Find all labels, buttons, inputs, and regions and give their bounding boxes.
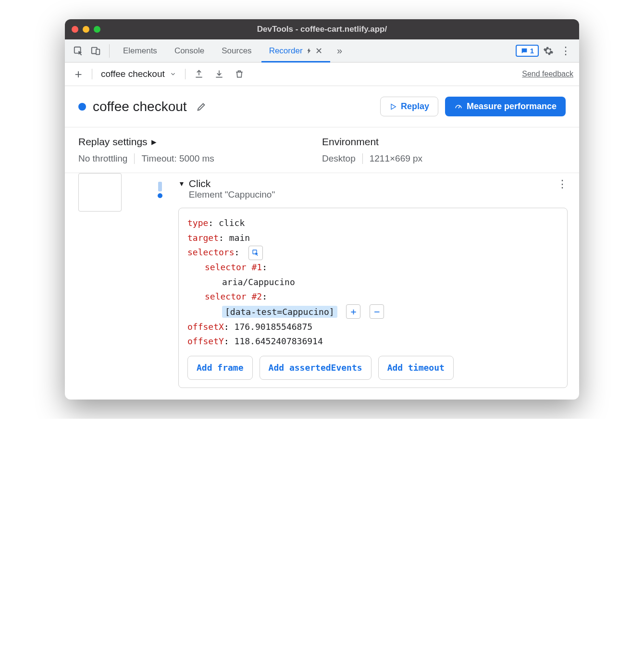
add-selector-icon[interactable]: + [346, 304, 360, 319]
environment-title: Environment [322, 136, 566, 148]
tab-console[interactable]: Console [167, 39, 212, 63]
status-dot-icon [78, 103, 86, 111]
import-icon[interactable] [211, 66, 227, 82]
divider [185, 69, 186, 79]
titlebar: DevTools - coffee-cart.netlify.app/ [65, 19, 579, 39]
measure-performance-button[interactable]: Measure performance [445, 97, 566, 116]
play-icon [389, 103, 397, 111]
window-title: DevTools - coffee-cart.netlify.app/ [65, 25, 579, 34]
recorder-toolbar: + coffee checkout Send feedback [65, 63, 579, 86]
target-key: target [187, 233, 219, 243]
settings-row: Replay settings ▸ No throttling Timeout:… [65, 127, 579, 173]
devtools-tabs: Elements Console Sources Recorder ✕ » 1 … [65, 39, 579, 63]
kebab-menu-icon[interactable]: ⋮ [558, 43, 573, 59]
add-recording-icon[interactable]: + [71, 66, 86, 82]
offsety-key: offsetY [187, 336, 224, 346]
device-toggle-icon[interactable] [88, 43, 103, 59]
devtools-window: DevTools - coffee-cart.netlify.app/ Elem… [65, 19, 579, 400]
target-value[interactable]: main [229, 233, 250, 243]
step-title: Click [189, 178, 275, 189]
selector2-key: selector #2 [205, 291, 262, 301]
tab-sources[interactable]: Sources [214, 39, 259, 63]
edit-title-icon[interactable] [194, 99, 209, 114]
selector1-key: selector #1 [205, 262, 262, 272]
step-thumbnail[interactable] [78, 173, 122, 212]
svg-rect-2 [96, 49, 99, 54]
chevron-right-icon: ▸ [151, 136, 157, 148]
type-value[interactable]: click [219, 218, 245, 228]
selector1-value[interactable]: aria/Cappucino [222, 277, 295, 287]
divider [109, 44, 110, 58]
element-picker-icon[interactable] [248, 246, 263, 260]
close-tab-icon[interactable]: ✕ [315, 46, 322, 56]
selectors-key: selectors [187, 247, 235, 257]
tab-elements[interactable]: Elements [115, 39, 165, 63]
step-details-card: type: click target: main selectors: sele… [178, 208, 568, 388]
environment-col: Environment Desktop 1211×669 px [322, 136, 566, 164]
type-key: type [187, 218, 208, 228]
offsetx-key: offsetX [187, 322, 224, 332]
collapse-step-icon[interactable]: ▼ [178, 180, 185, 188]
inspect-icon[interactable] [71, 43, 86, 59]
add-asserted-events-button[interactable]: Add assertedEvents [260, 356, 372, 380]
replay-settings-col: Replay settings ▸ No throttling Timeout:… [78, 136, 322, 164]
recording-select[interactable]: coffee checkout [98, 67, 179, 81]
chevron-down-icon [170, 71, 176, 77]
throttling-value: No throttling [78, 153, 135, 164]
issues-badge[interactable]: 1 [516, 45, 539, 57]
offsety-value[interactable]: 118.6452407836914 [235, 336, 323, 346]
offsetx-value[interactable]: 176.90185546875 [235, 322, 313, 332]
step-subtitle: Element "Cappucino" [189, 189, 275, 200]
export-icon[interactable] [191, 66, 207, 82]
recording-title: coffee checkout [93, 99, 187, 114]
more-tabs-icon[interactable]: » [332, 43, 347, 59]
replay-settings-title[interactable]: Replay settings ▸ [78, 136, 322, 148]
device-value: Desktop [322, 153, 363, 164]
remove-selector-icon[interactable]: − [370, 304, 384, 319]
timeline-marker [150, 173, 170, 388]
replay-button[interactable]: Replay [380, 97, 438, 116]
settings-icon[interactable] [541, 43, 556, 59]
measure-label: Measure performance [467, 101, 557, 112]
divider [92, 69, 92, 79]
tab-recorder[interactable]: Recorder ✕ [261, 39, 330, 63]
recording-name: coffee checkout [101, 69, 165, 79]
add-frame-button[interactable]: Add frame [187, 356, 253, 380]
gauge-icon [454, 102, 463, 111]
viewport-value: 1211×669 px [363, 153, 429, 164]
pin-icon [306, 48, 312, 54]
chat-icon [520, 47, 528, 55]
add-timeout-button[interactable]: Add timeout [378, 356, 454, 380]
step-area: ▼ Click Element "Cappucino" ⋮ type: clic… [65, 173, 579, 400]
recording-header: coffee checkout Replay Measure performan… [65, 86, 579, 127]
tab-recorder-label: Recorder [269, 46, 303, 56]
replay-label: Replay [401, 101, 429, 112]
timeout-value: Timeout: 5000 ms [135, 153, 221, 164]
step-menu-icon[interactable]: ⋮ [557, 178, 568, 190]
issues-count: 1 [530, 47, 534, 55]
delete-icon[interactable] [232, 66, 247, 82]
send-feedback-link[interactable]: Send feedback [522, 70, 573, 78]
selector2-value[interactable]: [data-test=Cappucino] [222, 306, 337, 318]
